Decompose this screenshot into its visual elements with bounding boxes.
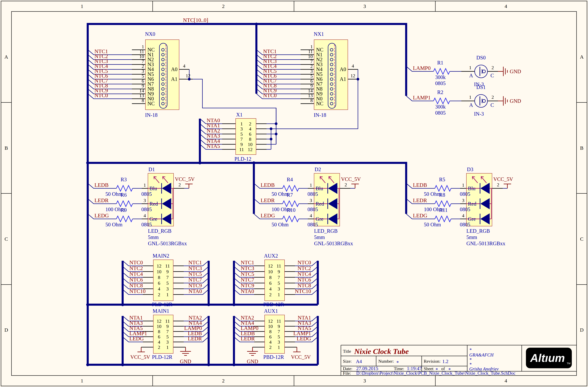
designator: MAIN1 bbox=[153, 308, 169, 314]
pin-number: 14 bbox=[308, 88, 313, 93]
net-label: NTC6 bbox=[297, 277, 311, 283]
pin-number: 2 bbox=[491, 65, 494, 70]
pin-name: Gre bbox=[149, 216, 157, 222]
pin-number: 8 bbox=[249, 137, 251, 142]
pin-number: 6 bbox=[142, 78, 144, 84]
pin-number: 12 bbox=[351, 73, 355, 78]
pin-number: 6 bbox=[269, 280, 272, 286]
designator: AUX2 bbox=[264, 253, 278, 259]
col-label: 1 bbox=[81, 3, 83, 9]
pin-number: 12 bbox=[186, 73, 190, 78]
resistor-designator: R1 bbox=[437, 60, 443, 66]
resistor-value: 300k bbox=[435, 74, 446, 80]
pin-number: 6 bbox=[269, 334, 272, 339]
pin-number: 7 bbox=[166, 329, 169, 334]
sheet-label: Sheet bbox=[424, 366, 434, 371]
pin-number: 2 bbox=[491, 94, 494, 100]
revision-value: 1.2 bbox=[442, 359, 448, 364]
part-label: GNL-5013RGBxx bbox=[148, 240, 187, 246]
pin-name: Blu bbox=[468, 186, 476, 191]
pin-number: 4 bbox=[352, 63, 354, 68]
pin-number: 6 bbox=[310, 78, 313, 84]
part-label: PLD-12R bbox=[152, 301, 172, 307]
pin-number: 8 bbox=[158, 329, 160, 334]
pin-name: A0 bbox=[171, 66, 177, 72]
resistor-size: 0805 bbox=[141, 222, 152, 228]
resistor-value: 300k bbox=[435, 104, 446, 110]
size-value: A4 bbox=[356, 359, 362, 364]
pin-number: 14 bbox=[139, 88, 144, 93]
row-label: C bbox=[4, 236, 8, 242]
resistor-size: 0805 bbox=[460, 206, 470, 212]
pin-number: 4 bbox=[158, 339, 160, 345]
pin-number: 2 bbox=[178, 182, 181, 187]
net-label: NTC5 bbox=[189, 271, 202, 277]
time-label: Time: bbox=[394, 366, 404, 371]
component-main2: MAIN2 PLD-12R 12 10 8 6 4 2 11 9 7 5 3 1… bbox=[123, 253, 209, 307]
pin-number: 3 bbox=[144, 198, 146, 203]
pin-number: 3 bbox=[278, 286, 280, 291]
component-d3: D3 LEDB LEDR LEDG R5 R8 R11 50 Ohm 100 O… bbox=[406, 166, 513, 246]
pin-number: 5 bbox=[278, 280, 280, 286]
part-label: IN-18 bbox=[314, 112, 326, 118]
pin-number: 4 bbox=[269, 286, 272, 291]
pin-name: Blu bbox=[315, 186, 323, 191]
title-label: Title bbox=[343, 349, 351, 354]
pin-number: 11 bbox=[277, 263, 281, 269]
pin-number: 13 bbox=[308, 93, 313, 98]
resistor-value: 100 Ohm bbox=[272, 206, 291, 212]
net-label: NTC4 bbox=[297, 271, 311, 277]
pin-name: A bbox=[469, 73, 473, 79]
part-label: IN-3 bbox=[474, 111, 484, 117]
bus-net-label: NTC[10..0] bbox=[183, 17, 208, 23]
pin-number: 10 bbox=[308, 54, 313, 59]
file-label: File: bbox=[343, 371, 351, 376]
pin-number: 4 bbox=[158, 286, 160, 291]
pin-number: 2 bbox=[269, 292, 272, 297]
pin-number: 11 bbox=[165, 263, 170, 269]
net-label: NTC0 bbox=[94, 92, 108, 98]
col-label: 2 bbox=[222, 3, 225, 9]
pin-number: 2 bbox=[310, 64, 313, 69]
pin-number: 4 bbox=[144, 213, 146, 218]
pin-number: 5 bbox=[278, 334, 280, 339]
pin-name: A bbox=[168, 182, 172, 188]
schematic-sheet: 1 2 3 4 1 2 3 4 A B C D A B C D NTC[10..… bbox=[0, 0, 588, 387]
component-main1: MAIN1 PLD-12R VCC_5V GND 12 10 8 6 4 2 1… bbox=[123, 308, 209, 364]
resistor-size: 0805 bbox=[308, 191, 318, 197]
sheet-frame: 1 2 3 4 1 2 3 4 A B C D A B C D bbox=[1, 1, 587, 386]
net-label: NTC7 bbox=[189, 277, 202, 283]
row-label: B bbox=[580, 145, 584, 151]
col-label: 4 bbox=[505, 378, 507, 384]
org-line: GRA&AFCH bbox=[469, 352, 494, 357]
component-nx1: NX1 IN-18 1 11 10 7 2 3 5 6 9 14 13 8 NC… bbox=[256, 31, 358, 129]
resistor-value: 50 Ohm bbox=[105, 222, 123, 228]
row-label: A bbox=[580, 54, 584, 60]
col-label: 4 bbox=[505, 3, 507, 9]
pin-number: 7 bbox=[142, 59, 144, 64]
pin-name: NC bbox=[147, 101, 155, 107]
component-d2: D2 LEDB LEDR LEDG R4 R7 R10 50 Ohm 100 O… bbox=[254, 166, 361, 246]
pin-number: 7 bbox=[278, 275, 280, 280]
net-label: LEDG bbox=[261, 213, 275, 218]
number-value: * bbox=[396, 360, 399, 365]
pin-number: 11 bbox=[140, 49, 144, 54]
net-label: LAMP0 bbox=[413, 65, 431, 71]
pin-name: Gre bbox=[468, 216, 476, 222]
power-label: VCC_5V bbox=[291, 354, 311, 360]
revision-label: Revision: bbox=[424, 359, 441, 364]
net-label: NTC1 bbox=[189, 259, 202, 265]
pin-number: 2 bbox=[158, 292, 160, 297]
row-label: B bbox=[4, 145, 8, 151]
pin-number: 9 bbox=[240, 142, 243, 147]
net-label: NTC10 bbox=[129, 288, 146, 294]
designator: DS1 bbox=[476, 84, 486, 90]
pin-number: 1 bbox=[166, 292, 169, 297]
resistor-value: 50 Ohm bbox=[272, 191, 289, 197]
pin-number: 1 bbox=[310, 44, 313, 49]
net-label: NTC9 bbox=[189, 282, 202, 288]
pin-name: Red bbox=[468, 201, 476, 207]
row-label: C bbox=[580, 236, 584, 242]
pin-number: 10 bbox=[268, 269, 273, 274]
pin-number: 12 bbox=[268, 263, 273, 269]
